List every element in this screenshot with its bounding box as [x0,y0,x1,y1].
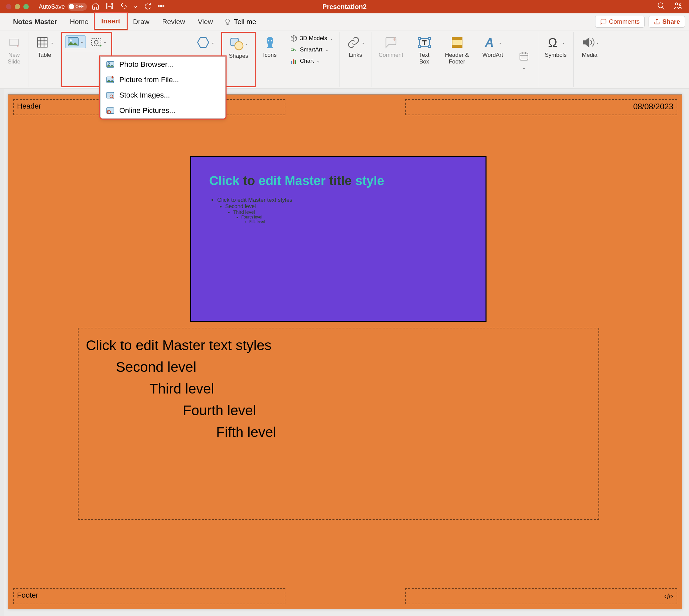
share-label: Share [662,18,680,25]
chevron-down-icon: ⌄ [211,40,215,45]
icons-icon [263,35,277,50]
text-box-button[interactable]: Text Box [415,34,434,67]
tab-draw[interactable]: Draw [127,13,156,30]
chevron-down-icon: ⌄ [362,40,365,45]
tab-notes-master[interactable]: Notes Master [7,13,64,30]
wordart-icon: A [483,35,498,50]
picture-from-file-item[interactable]: Picture from File... [101,72,225,88]
photo-browser-item[interactable]: Photo Browser... [101,57,225,72]
links-button[interactable]: ⌄ Links [344,34,367,60]
undo-chevron-icon[interactable] [134,3,137,10]
save-icon[interactable] [106,2,114,12]
screenshot-button[interactable]: ⌄ [89,36,108,48]
svg-rect-7 [10,39,18,46]
chevron-down-icon: ⌄ [522,65,525,70]
home-icon[interactable] [91,2,100,12]
tell-me-search[interactable]: Tell me [224,18,256,26]
slide-master-title: Click to edit Master title style [209,174,468,188]
svg-rect-36 [452,45,462,47]
symbols-button[interactable]: Ω ⌄ Symbols [543,34,569,60]
new-slide-button: New Slide [5,34,23,67]
wordart-button[interactable]: A ⌄ WordArt [480,34,505,60]
svg-text:A: A [485,36,494,49]
another-shapes-button[interactable]: ⌄ x [194,34,217,60]
chart-button[interactable]: Chart ⌄ [289,57,335,66]
online-pictures-item[interactable]: Online Pictures... [101,103,225,118]
svg-point-22 [235,42,243,50]
icons-button[interactable]: Icons [261,34,279,60]
svg-marker-20 [197,38,209,47]
body-level-2: Second level [86,356,591,378]
minimize-window-button[interactable] [15,4,20,9]
slide-image-placeholder[interactable]: Click to edit Master title style Click t… [190,156,487,322]
svg-point-24 [271,40,272,41]
table-button[interactable]: ⌄ Table [33,34,56,60]
body-placeholder[interactable]: Click to edit Master text styles Second … [78,328,599,520]
body-level-5: Fifth level [86,421,591,443]
link-icon [346,35,361,50]
3d-models-button[interactable]: 3D Models ⌄ [289,34,335,43]
picture-file-icon [106,75,115,84]
share-button[interactable]: Share [649,16,685,28]
notes-master-page[interactable]: Header 08/08/2023 Click to edit Master t… [8,94,682,609]
header-footer-button[interactable]: Header & Footer [443,34,471,67]
footer-placeholder[interactable]: Footer [13,588,285,604]
svg-rect-11 [91,39,101,45]
ribbon: New Slide ⌄ Table ⌄ ⌄ Photo Browse [0,30,689,89]
header-footer-label: Header & Footer [445,52,469,65]
account-icon[interactable] [674,2,682,12]
stock-images-label: Stock Images... [119,91,170,100]
chevron-down-icon: ⌄ [80,39,84,44]
search-icon[interactable] [657,2,666,12]
autosave-state: OFF [76,4,84,9]
tell-me-label: Tell me [234,18,256,26]
document-title: Presentation2 [322,3,367,11]
smartart-icon [290,46,297,53]
media-button[interactable]: ⌄ Media [578,34,601,60]
thumbnail-pane-collapsed[interactable] [0,89,4,616]
svg-rect-28 [294,60,296,64]
speaker-icon [580,35,595,50]
chevron-down-icon: ⌄ [244,41,248,46]
3d-models-label: 3D Models [300,35,327,42]
titlebar: AutoSave OFF Presentation2 [0,0,689,13]
chevron-down-icon: ⌄ [562,40,565,45]
svg-rect-8 [38,38,47,47]
svg-rect-31 [428,38,430,40]
more-icon[interactable] [157,2,165,12]
pictures-button[interactable]: ⌄ [65,36,86,48]
close-window-button[interactable] [6,4,12,9]
tab-view[interactable]: View [191,13,219,30]
autosave-toggle[interactable]: OFF [67,3,87,11]
text-more-button[interactable]: ⌄ [515,34,533,85]
shapes-button[interactable]: ⌄ Shapes [227,35,250,61]
undo-icon[interactable] [120,2,128,12]
smartart-button[interactable]: SmartArt ⌄ [289,45,335,54]
online-pictures-icon [106,106,115,115]
comment-label: Comment [379,52,403,59]
symbols-label: Symbols [545,52,567,59]
share-icon [653,18,660,25]
chevron-down-icon: ⌄ [498,40,502,45]
wordart-label: WordArt [482,52,503,59]
slide-number-placeholder[interactable]: ‹#› [405,588,677,604]
chevron-down-icon: ⌄ [50,40,54,45]
body-level-1: Click to edit Master text styles [86,334,591,356]
svg-point-14 [108,63,110,64]
icons-label: Icons [263,52,277,59]
tab-insert[interactable]: Insert [95,13,127,30]
tab-home[interactable]: Home [64,13,95,30]
svg-point-4 [658,3,663,8]
chevron-down-icon: ⌄ [330,36,333,41]
autosave-control[interactable]: AutoSave OFF [39,3,87,11]
date-placeholder[interactable]: 08/08/2023 [405,99,677,115]
redo-icon[interactable] [143,2,151,12]
tab-review[interactable]: Review [156,13,191,30]
comments-button[interactable]: Comments [595,16,645,28]
table-label: Table [38,52,51,59]
new-slide-icon [7,35,21,50]
zoom-window-button[interactable] [23,4,29,9]
body-level-4: Fourth level [86,399,591,421]
ribbon-tabs: Notes Master Home Insert Draw Review Vie… [0,13,689,30]
stock-images-item[interactable]: Stock Images... [101,88,225,103]
